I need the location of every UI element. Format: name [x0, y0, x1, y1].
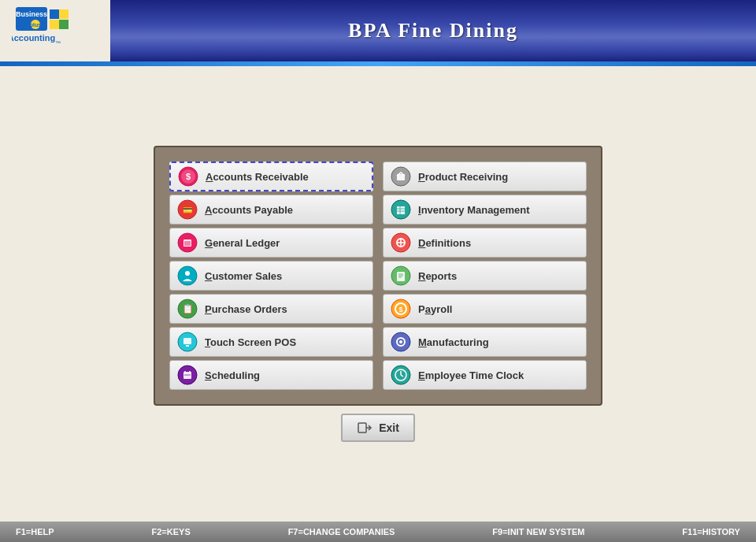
- svg-text:™: ™: [55, 40, 61, 46]
- svg-text:$: $: [186, 172, 191, 181]
- pr-icon: [390, 165, 412, 187]
- menu-panel: $ Accounts Receivable 💳 Accounts Payable: [154, 146, 602, 406]
- manufacturing-button[interactable]: Manufacturing: [383, 327, 587, 357]
- py-label: Payroll: [418, 303, 452, 315]
- exit-area: Exit: [341, 414, 415, 442]
- svg-text:💳: 💳: [183, 205, 193, 215]
- ts-icon: [176, 331, 198, 353]
- f7-change[interactable]: F7=CHANGE COMPANIES: [288, 527, 395, 536]
- svg-rect-6: [50, 20, 59, 29]
- left-column: $ Accounts Receivable 💳 Accounts Payable: [165, 157, 378, 395]
- svg-text:plus: plus: [30, 22, 41, 28]
- logo-area: Business plus Accounting ™: [0, 0, 110, 61]
- mf-icon: [390, 331, 412, 353]
- exit-label: Exit: [379, 421, 399, 434]
- touch-screen-pos-button[interactable]: Touch Screen POS: [169, 327, 373, 357]
- app-title: BPA Fine Dining: [110, 19, 756, 43]
- exit-icon: [357, 420, 372, 436]
- scheduling-button[interactable]: Scheduling: [169, 360, 373, 390]
- f2-keys[interactable]: F2=KEYS: [152, 527, 191, 536]
- gl-icon: [176, 232, 198, 254]
- panel-wrapper: $ Accounts Receivable 💳 Accounts Payable: [154, 146, 602, 442]
- general-ledger-button[interactable]: General Ledger: [169, 228, 373, 258]
- payroll-button[interactable]: $ Payroll: [383, 294, 587, 324]
- f9-init[interactable]: F9=INIT NEW SYSTEM: [492, 527, 584, 536]
- rp-label: Reports: [418, 270, 457, 282]
- main-content: $ Accounts Receivable 💳 Accounts Payable: [0, 66, 756, 522]
- ts-label: Touch Screen POS: [205, 336, 296, 348]
- df-icon: [390, 232, 412, 254]
- f11-history[interactable]: F11=HISTORY: [682, 527, 740, 536]
- svg-rect-25: [183, 338, 191, 344]
- svg-point-53: [399, 340, 402, 343]
- pr-label: Product Receiving: [418, 171, 508, 183]
- ap-icon: 💳: [176, 199, 198, 221]
- svg-point-21: [185, 271, 190, 276]
- accounts-payable-button[interactable]: 💳 Accounts Payable: [169, 195, 373, 225]
- svg-rect-35: [397, 206, 405, 214]
- etc-label: Employee Time Clock: [418, 369, 524, 381]
- right-column: Product Receiving Inventory Management: [378, 157, 591, 395]
- svg-rect-26: [186, 345, 189, 347]
- po-label: Purchase Orders: [205, 303, 287, 315]
- header-bar: Business plus Accounting ™ BPA Fine Dini…: [0, 0, 756, 61]
- reports-button[interactable]: Reports: [383, 261, 587, 291]
- svg-text:📋: 📋: [182, 303, 194, 314]
- ar-icon: $: [177, 165, 199, 187]
- product-receiving-button[interactable]: Product Receiving: [383, 161, 587, 191]
- svg-text:Accounting: Accounting: [12, 33, 55, 43]
- sc-icon: [176, 364, 198, 386]
- employee-time-clock-button[interactable]: Employee Time Clock: [383, 360, 587, 390]
- df-label: Definitions: [418, 237, 471, 249]
- svg-text:$: $: [398, 306, 402, 314]
- customer-sales-button[interactable]: Customer Sales: [169, 261, 373, 291]
- py-icon: $: [390, 298, 412, 320]
- logo-icon: Business plus Accounting ™: [12, 6, 98, 57]
- svg-rect-5: [50, 9, 59, 19]
- rp-icon: [390, 265, 412, 287]
- ap-label: Accounts Payable: [205, 204, 293, 216]
- accounts-receivable-button[interactable]: $ Accounts Receivable: [169, 161, 373, 191]
- sc-label: Scheduling: [205, 369, 260, 381]
- f1-help[interactable]: F1=HELP: [16, 527, 54, 536]
- svg-rect-7: [59, 9, 69, 19]
- svg-rect-58: [358, 423, 366, 432]
- svg-rect-8: [59, 20, 69, 29]
- mf-label: Manufacturing: [418, 336, 489, 348]
- cs-label: Customer Sales: [205, 270, 282, 282]
- svg-rect-44: [397, 272, 405, 281]
- exit-button[interactable]: Exit: [341, 414, 415, 442]
- cs-icon: [176, 265, 198, 287]
- status-bar: F1=HELP F2=KEYS F7=CHANGE COMPANIES F9=I…: [0, 522, 756, 542]
- im-icon: [390, 199, 412, 221]
- purchase-orders-button[interactable]: 📋 Purchase Orders: [169, 294, 373, 324]
- svg-text:Business: Business: [16, 10, 47, 18]
- gl-label: General Ledger: [205, 237, 280, 249]
- definitions-button[interactable]: Definitions: [383, 228, 587, 258]
- po-icon: 📋: [176, 298, 198, 320]
- etc-icon: [390, 364, 412, 386]
- inventory-management-button[interactable]: Inventory Management: [383, 195, 587, 225]
- im-label: Inventory Management: [418, 204, 530, 216]
- ar-label: Accounts Receivable: [206, 171, 309, 183]
